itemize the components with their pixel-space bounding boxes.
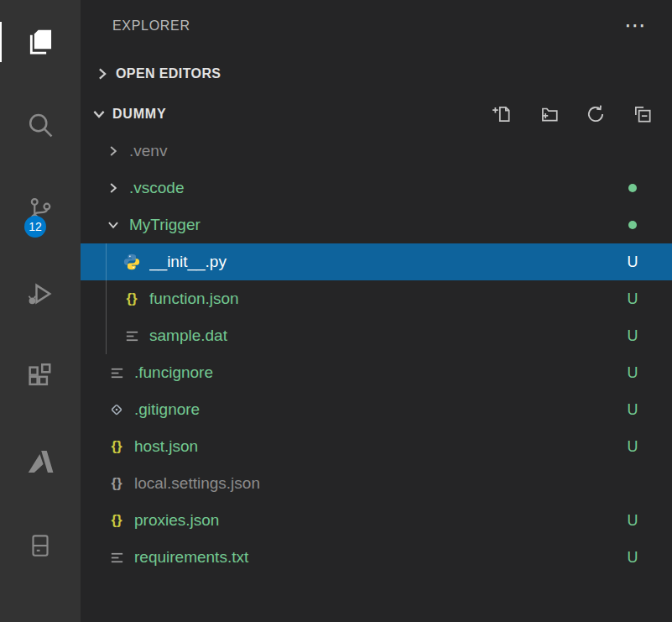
untracked-badge: U <box>622 290 643 308</box>
file-label: __init__.py <box>149 253 622 271</box>
decoration-slot <box>622 221 643 229</box>
tree-item-proxies-json[interactable]: {} proxies.json U <box>81 502 672 539</box>
tree-item-venv[interactable]: .venv <box>81 133 672 170</box>
file-icon <box>121 328 143 344</box>
workspace-actions <box>491 103 654 125</box>
json-icon: {} <box>106 512 128 529</box>
file-icon <box>106 550 128 566</box>
untracked-badge: U <box>622 549 643 567</box>
search-icon <box>25 111 55 141</box>
tree-item-mytrigger[interactable]: MyTrigger <box>81 206 672 243</box>
activity-item-source-control[interactable]: 12 <box>0 168 81 252</box>
tree-item-gitignore[interactable]: .gitignore U <box>81 391 672 428</box>
azure-icon <box>24 446 56 478</box>
sidebar-header: EXPLORER ⋯ <box>81 0 672 52</box>
explorer-sidebar: EXPLORER ⋯ OPEN EDITORS DUMMY <box>81 0 672 622</box>
tree-item-function-json[interactable]: {} function.json U <box>81 280 672 317</box>
file-label: sample.dat <box>149 327 622 345</box>
new-file-button[interactable] <box>491 103 513 125</box>
tree-item-vscode[interactable]: .vscode <box>81 170 672 206</box>
scm-count-badge: 12 <box>24 216 46 238</box>
section-workspace-dummy[interactable]: DUMMY <box>81 96 672 133</box>
chevron-down-icon <box>106 217 124 233</box>
untracked-badge: U <box>622 438 643 456</box>
untracked-dot <box>628 221 637 229</box>
file-icon <box>106 365 128 381</box>
file-label: proxies.json <box>134 511 622 530</box>
vscode-window: 12 <box>0 0 672 622</box>
section-open-editors[interactable]: OPEN EDITORS <box>81 52 672 96</box>
tree-item-funcignore[interactable]: .funcignore U <box>81 354 672 391</box>
json-icon: {} <box>106 475 128 492</box>
chevron-right-icon <box>106 144 124 159</box>
tree-item-init-py[interactable]: __init__.py U <box>81 243 672 280</box>
activity-item-extensions[interactable] <box>0 336 81 420</box>
activity-item-search[interactable] <box>0 84 81 168</box>
tree-item-host-json[interactable]: {} host.json U <box>81 428 672 465</box>
section-label: OPEN EDITORS <box>116 66 221 81</box>
new-folder-button[interactable] <box>538 103 560 125</box>
collapse-all-button[interactable] <box>632 103 654 125</box>
activity-item-run-debug[interactable] <box>0 252 81 336</box>
activity-item-azure[interactable] <box>0 420 81 504</box>
python-icon <box>121 253 143 271</box>
file-label: local.settings.json <box>134 474 622 493</box>
file-label: .funcignore <box>134 363 622 382</box>
section-label: DUMMY <box>112 107 166 122</box>
folder-label: .vscode <box>129 179 622 197</box>
chevron-right-icon <box>94 65 111 82</box>
untracked-badge: U <box>622 254 643 271</box>
extensions-icon <box>25 363 55 393</box>
activity-bar: 12 <box>0 0 81 622</box>
git-icon <box>106 401 128 418</box>
more-actions-button[interactable]: ⋯ <box>624 19 647 33</box>
file-label: .gitignore <box>134 400 622 419</box>
tree-item-local-settings-json[interactable]: {} local.settings.json <box>81 465 672 502</box>
file-label: requirements.txt <box>134 548 622 567</box>
file-label: function.json <box>149 290 622 308</box>
explorer-files-icon <box>24 26 56 58</box>
file-label: host.json <box>134 437 622 456</box>
folder-label: .venv <box>129 142 622 160</box>
refresh-button[interactable] <box>585 103 607 125</box>
decoration-slot <box>622 184 643 192</box>
chevron-right-icon <box>106 180 124 196</box>
json-icon: {} <box>121 290 143 307</box>
activity-item-server[interactable] <box>0 504 81 588</box>
untracked-badge: U <box>622 401 643 419</box>
json-icon: {} <box>106 438 128 455</box>
tree-item-requirements-txt[interactable]: requirements.txt U <box>81 539 672 576</box>
untracked-dot <box>628 184 637 192</box>
file-tree: .venv .vscode MyTrigger <box>81 133 672 622</box>
indent-guide <box>106 243 107 354</box>
run-and-debug-icon <box>25 279 55 309</box>
sidebar-title: EXPLORER <box>112 18 624 34</box>
untracked-badge: U <box>622 327 643 345</box>
server-icon <box>26 531 55 561</box>
activity-item-explorer[interactable] <box>0 0 81 84</box>
folder-label: MyTrigger <box>129 216 622 234</box>
tree-item-sample-dat[interactable]: sample.dat U <box>81 317 672 354</box>
chevron-down-icon <box>91 106 107 123</box>
untracked-badge: U <box>622 364 643 382</box>
mytrigger-children: __init__.py U {} function.json U <box>81 243 672 354</box>
untracked-badge: U <box>622 512 643 530</box>
